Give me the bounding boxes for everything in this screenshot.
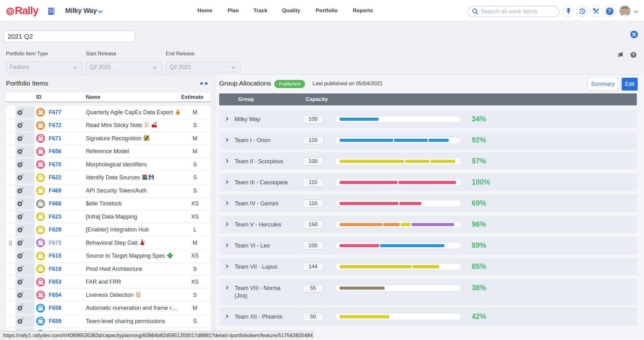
svg-text:$: $	[177, 111, 179, 114]
